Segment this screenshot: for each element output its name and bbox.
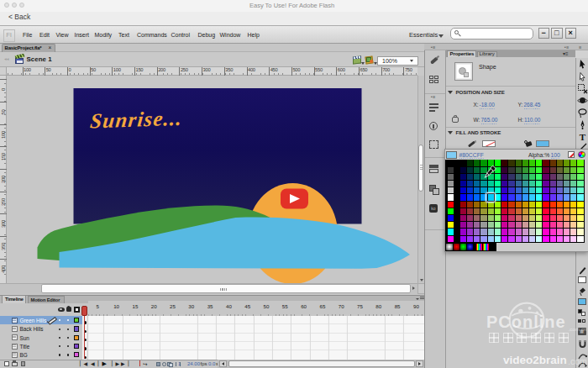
svg-text:T: T: [579, 132, 585, 142]
svg-text:Sunrise...: Sunrise...: [88, 106, 183, 132]
